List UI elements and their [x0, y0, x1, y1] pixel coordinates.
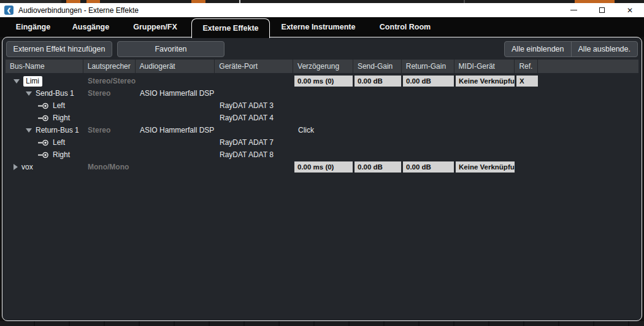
- bus-name-cell: Send-Bus 1: [6, 87, 83, 99]
- collapse-triangle-icon[interactable]: [26, 91, 32, 96]
- device-port-cell: [215, 87, 294, 99]
- return-gain-cell: [402, 112, 455, 124]
- speaker-cell: Stereo: [83, 124, 136, 136]
- show-all-button[interactable]: Alle einblenden: [505, 42, 571, 56]
- ref-cell: [516, 87, 539, 99]
- return-gain-value-field[interactable]: 0.00 dB: [403, 161, 454, 173]
- port-icon: [38, 139, 49, 146]
- minimize-icon: [570, 10, 577, 10]
- send-gain-cell: [354, 112, 402, 124]
- speaker-config-label: Mono/Mono: [83, 163, 129, 171]
- midi-device-field[interactable]: Keine Verknüpfung: [456, 161, 515, 173]
- window-title: Audioverbindungen - Externe Effekte: [18, 6, 139, 15]
- window-titlebar: ❮ Audioverbindungen - Externe Effekte ✕: [0, 3, 644, 17]
- tab-control-room[interactable]: Control Room: [367, 17, 443, 37]
- device-port-cell: [215, 124, 294, 136]
- bus-name-label[interactable]: Right: [53, 114, 70, 122]
- device-port-label[interactable]: RayDAT ADAT 7: [215, 138, 274, 147]
- audio-device-cell: [136, 161, 215, 173]
- send-gain-cell: [354, 87, 402, 99]
- delay-value-field[interactable]: 0.00 ms (0): [294, 161, 353, 173]
- bus-name-cell: Limi: [6, 75, 83, 87]
- speaker-cell: [83, 136, 136, 149]
- device-port-label[interactable]: RayDAT ADAT 8: [215, 150, 274, 159]
- midi-device-cell: Keine Verknüpfung: [455, 161, 516, 173]
- send-gain-value-field[interactable]: 0.00 dB: [355, 161, 401, 173]
- speaker-config-label: Stereo: [83, 126, 110, 134]
- send-gain-cell: 0.00 dB: [354, 161, 402, 173]
- device-port-cell: [215, 75, 294, 87]
- midi-device-field[interactable]: Keine Verknüpfung: [456, 76, 515, 87]
- add-external-effect-button[interactable]: Externen Effekt hinzufügen: [6, 41, 112, 57]
- return-gain-cell: [402, 87, 455, 99]
- collapse-triangle-icon[interactable]: [13, 79, 20, 83]
- bus-name-label[interactable]: Right: [53, 150, 70, 159]
- ref-cell: [516, 99, 539, 112]
- device-port-cell: [215, 161, 294, 173]
- return-gain-value-field[interactable]: 0.00 dB: [403, 76, 454, 87]
- bus-name-edit-field[interactable]: Limi: [23, 76, 42, 87]
- bus-row: Send-Bus 1StereoASIO Hammerfall DSP: [6, 87, 638, 99]
- bus-name-label[interactable]: vox: [21, 163, 33, 171]
- speaker-config-label: Stereo/Stereo: [83, 77, 136, 85]
- maximize-button[interactable]: [588, 3, 616, 17]
- bus-row: RightRayDAT ADAT 4: [6, 112, 638, 124]
- bus-row: LeftRayDAT ADAT 7: [6, 136, 638, 149]
- column-header-geräte-port: Geräte-Port: [215, 60, 293, 73]
- tab-gruppen-fx[interactable]: Gruppen/FX: [119, 17, 191, 37]
- audio-device-label[interactable]: ASIO Hammerfall DSP: [136, 126, 214, 134]
- delay-click-label[interactable]: Click: [294, 126, 314, 134]
- maximize-icon: [599, 7, 605, 13]
- bus-row: LimiStereo/Stereo0.00 ms (0)0.00 dB0.00 …: [6, 75, 638, 87]
- bus-name-cell: Left: [6, 136, 83, 149]
- ref-cell: [516, 112, 539, 124]
- audio-device-cell: [136, 75, 215, 87]
- delay-cell: [294, 87, 354, 99]
- delay-value-field[interactable]: 0.00 ms (0): [294, 76, 353, 87]
- bus-name-label[interactable]: Left: [53, 138, 65, 147]
- bus-row: RightRayDAT ADAT 8: [6, 149, 638, 161]
- tab-ausgänge[interactable]: Ausgänge: [63, 17, 119, 37]
- midi-device-cell: [455, 99, 516, 112]
- ref-cell: [516, 124, 539, 136]
- speaker-cell: Stereo: [83, 87, 136, 99]
- bus-name-cell: Left: [6, 99, 83, 112]
- device-port-cell: RayDAT ADAT 8: [215, 149, 294, 161]
- audio-device-cell: ASIO Hammerfall DSP: [136, 87, 215, 99]
- collapse-triangle-icon[interactable]: [26, 128, 32, 133]
- midi-device-cell: [455, 124, 516, 136]
- audio-device-label[interactable]: ASIO Hammerfall DSP: [136, 89, 214, 98]
- device-port-label[interactable]: RayDAT ADAT 4: [215, 114, 274, 122]
- tab-eingänge[interactable]: Eingänge: [4, 17, 63, 37]
- ref-cell: [516, 136, 539, 149]
- tab-externe-instrumente[interactable]: Externe Instrumente: [270, 17, 367, 37]
- favorites-button[interactable]: Favoriten: [117, 41, 224, 57]
- column-header-lautsprecher: Lautsprecher: [83, 60, 136, 73]
- column-header-verzögerung: Verzögerung: [293, 60, 353, 73]
- device-port-label[interactable]: RayDAT ADAT 3: [215, 101, 274, 110]
- delay-cell: 0.00 ms (0): [294, 75, 354, 87]
- close-button[interactable]: ✕: [616, 3, 644, 17]
- speaker-cell: [83, 112, 136, 124]
- minimize-button[interactable]: [559, 3, 588, 17]
- audio-device-cell: [136, 99, 215, 112]
- app-icon: ❮: [4, 6, 13, 15]
- bus-name-cell: vox: [6, 161, 83, 173]
- hide-all-button[interactable]: Alle ausblende.: [571, 42, 637, 56]
- delay-cell: Click: [294, 124, 354, 136]
- bus-name-label[interactable]: Return-Bus 1: [36, 126, 79, 134]
- return-gain-cell: [402, 149, 455, 161]
- send-gain-value-field[interactable]: 0.00 dB: [355, 76, 401, 87]
- column-header-send-gain: Send-Gain: [353, 60, 402, 73]
- column-header-audiogerät: Audiogerät: [136, 60, 215, 73]
- table-body: LimiStereo/Stereo0.00 ms (0)0.00 dB0.00 …: [2, 73, 642, 173]
- send-gain-cell: [354, 124, 402, 136]
- audio-device-cell: [136, 149, 215, 161]
- expand-triangle-icon[interactable]: [13, 164, 18, 170]
- bus-name-label[interactable]: Send-Bus 1: [36, 89, 74, 98]
- tab-externe-effekte[interactable]: Externe Effekte: [191, 18, 270, 38]
- background-app-strip-bottom: [0, 321, 644, 326]
- audio-device-cell: [136, 136, 215, 149]
- bus-name-label[interactable]: Left: [53, 101, 65, 110]
- ref-checkbox[interactable]: X: [516, 76, 538, 87]
